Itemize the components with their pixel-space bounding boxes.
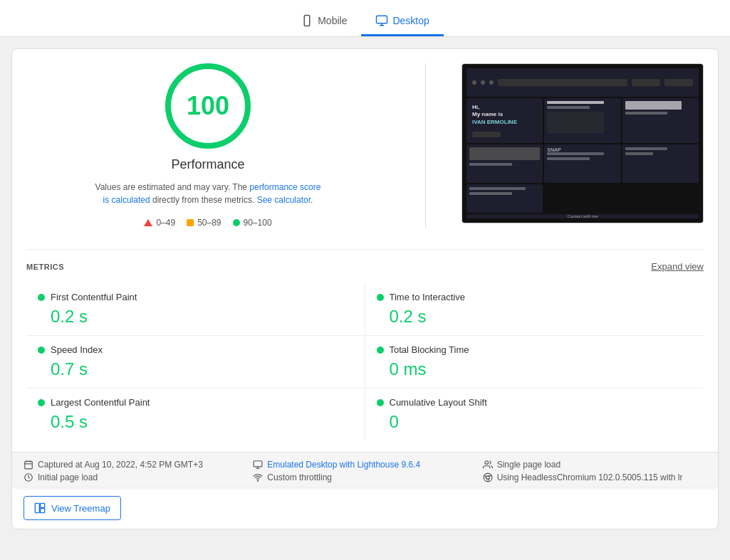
sc-snap-label: SNAP [547, 147, 617, 152]
metric-tti: Time to Interactive 0.2 s [365, 283, 704, 336]
metric-si-dot [38, 347, 45, 354]
metric-tbt-name: Total Blocking Time [390, 344, 469, 355]
metric-cls-value: 0 [390, 412, 693, 432]
sc-hero-text: Hi,My name isIVAN ERMOLINE [472, 104, 537, 126]
sc-close [472, 80, 476, 85]
view-treemap-label: View Treemap [51, 503, 110, 514]
sc-img [547, 112, 603, 133]
metrics-section: METRICS Expand view First Contentful Pai… [26, 249, 704, 440]
svg-point-15 [258, 480, 259, 481]
metric-lcp-name: Largest Contentful Paint [51, 397, 150, 408]
metric-si-value: 0.7 s [51, 359, 353, 379]
legend-pass: 90–100 [233, 218, 272, 228]
legend-pass-icon [233, 219, 240, 226]
calendar-icon [24, 460, 33, 470]
screenshot-thumbnail: Hi,My name isIVAN ERMOLINE [462, 63, 704, 223]
svg-rect-22 [35, 503, 39, 512]
metric-si-name: Speed Index [51, 344, 103, 355]
metric-lcp-header: Largest Contentful Paint [38, 397, 353, 408]
mobile-icon [301, 14, 313, 27]
info-col-3: Single page load Using HeadlessChromium … [483, 460, 706, 482]
metric-tti-dot [377, 294, 384, 301]
sc-cell-3 [466, 144, 543, 183]
screenshot-inner: Hi,My name isIVAN ERMOLINE [462, 64, 703, 223]
sc-line [547, 101, 603, 104]
monitor-icon [253, 460, 263, 470]
svg-rect-24 [41, 509, 45, 513]
sc-line [547, 157, 590, 160]
score-section: 100 Performance Values are estimated and… [26, 63, 704, 228]
sc-line [625, 112, 668, 115]
single-page-text: Single page load [497, 460, 560, 470]
metric-fcp-header: First Contentful Paint [38, 292, 353, 302]
metrics-grid: First Contentful Paint 0.2 s Time to Int… [26, 283, 704, 440]
metric-si-header: Speed Index [38, 344, 353, 355]
sc-brand [469, 147, 540, 160]
legend-average-icon [187, 219, 194, 226]
legend-fail-icon [144, 219, 152, 226]
sc-cell-4: SNAP [544, 144, 620, 183]
metric-fcp-name: First Contentful Paint [51, 292, 137, 302]
legend-average: 50–89 [187, 218, 221, 228]
legend-fail: 0–49 [144, 218, 175, 228]
metric-lcp: Largest Contentful Paint 0.5 s [26, 389, 365, 440]
sc-line [547, 106, 590, 109]
chrome-icon [483, 472, 493, 482]
main-card: 100 Performance Values are estimated and… [11, 48, 719, 529]
svg-point-16 [485, 461, 489, 465]
sc-cell-1 [544, 98, 620, 143]
sc-line [469, 192, 512, 195]
tab-desktop[interactable]: Desktop [361, 7, 443, 36]
view-treemap-bar: View Treemap [12, 487, 718, 529]
info-page-load: Initial page load [24, 472, 247, 482]
sc-max [489, 80, 494, 85]
sc-cta-btn [472, 132, 501, 137]
info-captured: Captured at Aug 10, 2022, 4:52 PM GMT+3 [24, 460, 247, 470]
tab-bar: Mobile Desktop [0, 0, 730, 37]
metric-tbt-value: 0 ms [390, 359, 693, 379]
emulated-link[interactable]: Emulated Desktop with Lighthouse 9.6.4 [267, 460, 420, 470]
sc-cell-5 [622, 144, 699, 183]
svg-rect-12 [254, 461, 262, 467]
score-circle: 100 [165, 63, 251, 149]
metric-tbt-header: Total Blocking Time [377, 344, 693, 355]
treemap-icon [34, 502, 46, 514]
page-load-text: Initial page load [38, 472, 98, 482]
metric-cls-name: Cumulative Layout Shift [390, 397, 487, 408]
metric-si: Speed Index 0.7 s [26, 336, 365, 389]
captured-text: Captured at Aug 10, 2022, 4:52 PM GMT+3 [38, 460, 203, 470]
metric-cls-dot [377, 399, 384, 406]
info-throttling: Custom throttling [253, 472, 476, 482]
metric-tti-name: Time to Interactive [390, 292, 465, 302]
section-divider [425, 63, 426, 228]
svg-line-11 [28, 477, 30, 478]
expand-view-button[interactable]: Expand view [651, 261, 704, 272]
score-label: Performance [171, 157, 244, 172]
tab-desktop-label: Desktop [392, 15, 429, 26]
sc-nav-area [664, 79, 693, 86]
sc-logo-area [632, 79, 660, 86]
metric-tti-value: 0.2 s [390, 307, 693, 327]
metric-tbt-dot [377, 347, 384, 354]
metric-cls-header: Cumulative Layout Shift [377, 397, 693, 408]
chromium-text: Using HeadlessChromium 102.0.5005.115 wi… [497, 472, 683, 482]
throttling-text: Custom throttling [267, 472, 332, 482]
legend-pass-range: 90–100 [244, 218, 272, 228]
sc-line [625, 101, 682, 110]
view-treemap-button[interactable]: View Treemap [24, 496, 121, 520]
sc-line [547, 152, 603, 155]
tab-mobile[interactable]: Mobile [286, 7, 361, 36]
sc-footer: Contact with me [466, 214, 699, 218]
sc-line [625, 152, 654, 155]
info-chromium: Using HeadlessChromium 102.0.5005.115 wi… [483, 472, 706, 482]
sc-contact: Contact with me [567, 214, 598, 218]
metrics-title: METRICS [26, 263, 64, 271]
info-col-2: Emulated Desktop with Lighthouse 9.6.4 C… [253, 460, 476, 482]
person-icon [483, 460, 493, 470]
see-calculator-link[interactable]: See calculator [257, 195, 311, 205]
svg-rect-5 [25, 461, 33, 469]
legend-average-range: 50–89 [197, 218, 221, 228]
info-emulated: Emulated Desktop with Lighthouse 9.6.4 [253, 460, 476, 470]
sc-url-bar [498, 79, 627, 86]
info-col-1: Captured at Aug 10, 2022, 4:52 PM GMT+3 … [24, 460, 247, 482]
